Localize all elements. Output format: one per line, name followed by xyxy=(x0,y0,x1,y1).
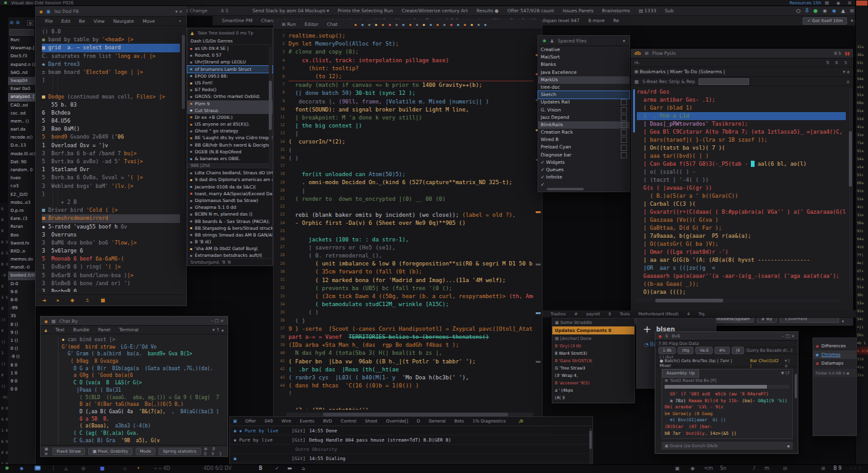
chat-status-chips[interactable]: Fixed Straw▦ Pixel, GrabilityModeSpring … xyxy=(52,448,201,455)
toolbar-glyph[interactable]: ▪ xyxy=(484,22,486,26)
list-item[interactable]: expand.o () xyxy=(8,61,35,69)
tray-icon[interactable]: ◉ xyxy=(822,8,827,14)
footer-tool-icon[interactable]: ◄ xyxy=(42,297,46,303)
tab-item[interactable]: Create/Winterize century Art xyxy=(397,8,472,14)
footer-tool-icon[interactable]: ▸ xyxy=(57,297,59,303)
list-item[interactable]: ▪EPO0 0953 88: xyxy=(187,73,272,79)
toolbar-glyph[interactable]: ▪ xyxy=(450,22,452,26)
right-editor-vscroll[interactable] xyxy=(849,88,852,295)
toolbar-glyph[interactable]: ▪ xyxy=(477,22,480,26)
taskbar-app-icon[interactable]: ✓ xyxy=(275,466,279,471)
taskbar-app-icon[interactable]: ◦ ◦ ◦ xyxy=(850,466,861,471)
list-item[interactable]: 9-0 xyxy=(8,288,35,296)
taskbar-app-icon[interactable]: Sn xyxy=(720,466,726,471)
tab-item[interactable]: Move xyxy=(138,18,159,24)
toolbar-glyph[interactable]: ▪ xyxy=(443,22,446,26)
tab-item[interactable]: Results ● xyxy=(472,8,503,14)
list-item[interactable]: 8 'Gans StrOST(3( xyxy=(552,357,634,365)
list-item[interactable]: -99 xyxy=(8,304,35,312)
list-item[interactable]: ▪& bananas ers OBIE. xyxy=(187,155,272,162)
list-item[interactable]: -9 () xyxy=(8,353,35,361)
list-item[interactable]: Wired B xyxy=(538,136,629,144)
tray-icon[interactable]: ○ xyxy=(796,8,800,14)
list-item[interactable]: ▪Plzm 9 xyxy=(187,100,272,107)
chat-code[interactable]: ▪ can bind east |>G'(mod bird straw LG-E… xyxy=(62,336,223,444)
tab-item[interactable]: Brainstorms xyxy=(598,8,634,14)
list-item[interactable]: ▪BB GB/hdr Burch sword & Decigte; xyxy=(187,142,272,148)
tray-icon[interactable]: 8 xyxy=(805,8,808,14)
tab-item[interactable]: Text xyxy=(51,327,69,333)
list-item[interactable]: Rsrc xyxy=(8,36,35,44)
tray-cluster[interactable]: ○8●◉◉▲⊞× xyxy=(796,8,863,14)
footer-tool-icon[interactable]: ◆ xyxy=(70,297,74,303)
chat-menu-right[interactable]: ▾ ↑ ▴ xyxy=(212,327,224,333)
list-item[interactable]: 0 () xyxy=(8,345,35,353)
right-editor-tab-chevron[interactable]: ▾ a xyxy=(843,69,850,75)
tab-item[interactable]: # xyxy=(570,312,582,317)
list-item[interactable]: 8 War4 Strett3) xyxy=(552,350,634,357)
tree-window-buttons[interactable]: ▾ × xyxy=(175,9,182,14)
list-item[interactable]: ▪Uhr|Strand amp LEOLU xyxy=(187,59,272,65)
panel-files-icon-a[interactable]: ⊞ xyxy=(10,20,14,25)
list-item[interactable]: ▪Gheapma 5.1 0 dd xyxy=(187,204,272,211)
tray-icons[interactable]: ▤ ◉ ⊞ xyxy=(825,1,854,6)
right-editor-titlebar[interactable]: db ⊞ Flow PyUs 6 5 ▮▮ xyxy=(631,49,853,59)
list-item[interactable]: ▪Cut Straus xyxy=(187,107,272,114)
list-item[interactable]: mobs..o3 xyxy=(8,199,35,207)
right-editor-code[interactable]: roa/rd Gos arma antibar Gos- .1); ( Garr… xyxy=(637,88,846,297)
list-item[interactable]: ▪BCBN N m, planned das () xyxy=(187,211,272,217)
tab-item[interactable]: Events xyxy=(295,419,319,424)
list-item[interactable]: ▪BB beards & - Sax Straus (PACIA); xyxy=(187,218,272,225)
target-item[interactable]: ●Datamaps xyxy=(813,359,856,368)
toolbar-button[interactable]: 4% xyxy=(714,347,729,354)
toolbar-glyph[interactable]: ▪ xyxy=(395,22,398,26)
tab-item[interactable]: 1% Diagnostics xyxy=(468,419,510,424)
item-checkbox[interactable] xyxy=(621,122,627,128)
toolbar-glyph[interactable]: ▪ xyxy=(464,22,466,26)
tab-item[interactable]: Motherboard (Mssd) xyxy=(634,312,682,317)
item-checkbox[interactable] xyxy=(621,137,627,143)
tab-item[interactable]: 8 more xyxy=(584,18,609,23)
tab-item[interactable]: Be xyxy=(75,18,89,24)
tab-item[interactable]: Control xyxy=(337,419,361,424)
tab-item[interactable]: Override[] xyxy=(382,419,412,424)
tab-item[interactable]: Panel xyxy=(94,327,115,333)
tab-item[interactable]: ⊞ Run xyxy=(277,22,300,27)
list-item[interactable]: (3' Wrap 4, xyxy=(552,372,634,379)
tree-title-bar[interactable]: ● ▣ Iso Dod F8 ▾ × xyxy=(36,7,186,17)
tab-item[interactable]: BVD xyxy=(319,419,337,424)
tab-item[interactable]: Edit xyxy=(57,18,75,24)
taskbar-app-icon[interactable]: ▫ xyxy=(123,466,126,471)
tree-footer-icons[interactable]: ◄▸◆±■ xyxy=(36,294,186,305)
tree-scrollbar[interactable] xyxy=(182,29,185,214)
list-item[interactable]: 1 0 xyxy=(8,370,35,378)
toolbar-button[interactable]: (ttg xyxy=(678,347,694,354)
taskbar-app-icon[interactable]: ✱ xyxy=(5,466,9,471)
toolbar-button[interactable]: |9 xyxy=(732,347,744,354)
list-item[interactable]: Creation Rack xyxy=(538,129,629,136)
taskbar-app-icon[interactable]: <m xyxy=(704,466,713,471)
list-item[interactable]: 8 'Gry) (3 ttt xyxy=(552,342,634,350)
list-item[interactable]: ▪Jacambie 0108 da da S&C)( xyxy=(187,184,272,190)
query-tabs-right[interactable]: ▾ | a xyxy=(785,358,793,368)
list-item[interactable]: ▪as Uh 09:4 SE | xyxy=(187,45,272,52)
list-item[interactable]: booked.0/08 xyxy=(8,272,35,280)
list-item[interactable]: ▪BB.Stargazing & bers/Straud struck xyxy=(187,225,272,232)
list-item[interactable]: Java Excellence xyxy=(538,69,629,76)
list-item[interactable]: Eswr 0a0 xyxy=(8,85,35,93)
list-item[interactable]: ▪GROSS: Ortho market Oxblid; xyxy=(187,93,272,100)
list-item[interactable]: csc. od xyxy=(8,110,35,118)
chat-status-left[interactable]: ▣ ≡ xyxy=(44,447,49,456)
tab-item[interactable]: Send Slack by asm 04 Mockups ▾ xyxy=(248,8,334,14)
tab-item[interactable]: Tests xyxy=(615,312,634,317)
list-item[interactable]: ▪of brumanns Lamb Struct xyxy=(187,66,272,73)
list-item[interactable]: G. Vision xyxy=(538,107,629,114)
right-editor-corner-buttons[interactable]: 9 8 5 xyxy=(826,60,850,65)
list-item[interactable]: recode.o() xyxy=(8,134,35,142)
toolbar-glyph[interactable]: ▪ xyxy=(388,22,391,26)
query-window-buttons[interactable]: – □ × xyxy=(782,334,795,339)
list-item[interactable]: Sword.fo xyxy=(8,240,35,248)
list-item[interactable]: Diagnose bar xyxy=(538,152,629,159)
git-pull-button[interactable]: ✓ Got Itself 10m xyxy=(803,17,847,25)
list-item[interactable]: CAD..od xyxy=(8,102,35,110)
